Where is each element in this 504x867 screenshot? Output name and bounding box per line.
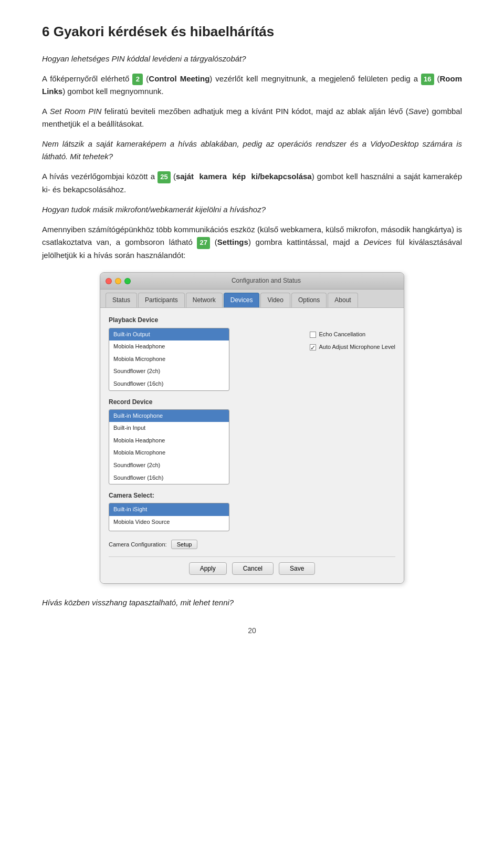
camera-config-row: Camera Configuration: Setup bbox=[109, 540, 395, 549]
playback-item-3[interactable]: Mobiola Microphone bbox=[109, 353, 229, 366]
apply-button[interactable]: Apply bbox=[189, 562, 227, 575]
setup-button[interactable]: Setup bbox=[171, 540, 198, 549]
badge-27: 27 bbox=[197, 237, 209, 249]
page-heading: 6 Gyakori kérdések és hibaelhárítás bbox=[42, 21, 462, 43]
playback-item-4[interactable]: Soundflower (2ch) bbox=[109, 365, 229, 378]
question-3: Hogyan tudok másik mikrofont/webkamerát … bbox=[42, 203, 462, 216]
record-item-6[interactable]: Soundflower (16ch) bbox=[109, 472, 229, 484]
right-column: Echo Cancellation Auto Adjust Microphone… bbox=[310, 315, 395, 538]
echo-cancellation-label: Echo Cancellation bbox=[319, 330, 365, 339]
dialog-body: Playback Device Built-in Output Mobiola … bbox=[100, 308, 404, 583]
settings-label: Settings bbox=[217, 238, 248, 246]
playback-item-5[interactable]: Soundflower (16ch) bbox=[109, 378, 229, 390]
para-1-2: A Set Room PIN feliratú beviteli mezőben… bbox=[42, 105, 462, 130]
para-1-1: A főképernyőről elérhető 2 (Control Meet… bbox=[42, 73, 462, 98]
tab-options[interactable]: Options bbox=[291, 293, 327, 307]
close-button[interactable] bbox=[106, 278, 112, 284]
cancel-button[interactable]: Cancel bbox=[232, 562, 274, 575]
devices-label: Devices bbox=[363, 238, 391, 246]
tab-participants[interactable]: Participants bbox=[138, 293, 185, 307]
configuration-dialog: Configuration and Status Status Particip… bbox=[100, 272, 404, 584]
badge-2: 2 bbox=[132, 74, 143, 86]
camera-item-2[interactable]: Mobiola Video Source bbox=[109, 516, 229, 529]
camera-item-1[interactable]: Built-in iSight bbox=[109, 503, 229, 516]
playback-item-1[interactable]: Built-in Output bbox=[109, 328, 229, 341]
camera-label: Camera Select: bbox=[109, 491, 301, 501]
camera-listbox[interactable]: Built-in iSight Mobiola Video Source bbox=[109, 503, 229, 531]
last-question: Hívás közben visszhang tapasztalható, mi… bbox=[42, 596, 462, 609]
auto-adjust-row: Auto Adjust Microphone Level bbox=[310, 343, 395, 352]
tab-video[interactable]: Video bbox=[260, 293, 290, 307]
record-item-2[interactable]: Built-in Input bbox=[109, 422, 229, 435]
tab-devices[interactable]: Devices bbox=[224, 293, 260, 307]
badge-16: 16 bbox=[421, 74, 434, 86]
titlebar: Configuration and Status bbox=[100, 273, 404, 290]
tab-bar: Status Participants Network Devices Vide… bbox=[100, 290, 404, 308]
playback-listbox[interactable]: Built-in Output Mobiola Headphone Mobiol… bbox=[109, 328, 229, 391]
para-2-1: A hívás vezérlőgombjai között a 25 (sajá… bbox=[42, 170, 462, 196]
minimize-button[interactable] bbox=[115, 278, 121, 284]
auto-adjust-label: Auto Adjust Microphone Level bbox=[319, 343, 395, 352]
auto-adjust-checkbox[interactable] bbox=[310, 344, 316, 350]
page-content: 6 Gyakori kérdések és hibaelhárítás Hogy… bbox=[42, 21, 462, 637]
question-2: Nem látszik a saját kameraképem a hívás … bbox=[42, 138, 462, 163]
record-item-3[interactable]: Mobiola Headphone bbox=[109, 435, 229, 447]
camera-toggle-label: saját kamera kép ki/bekapcsolása bbox=[176, 172, 312, 181]
record-item-4[interactable]: Mobiola Microphone bbox=[109, 447, 229, 459]
record-label: Record Device bbox=[109, 397, 301, 407]
camera-config-label: Camera Configuration: bbox=[109, 540, 167, 550]
room-links-label: Room Links bbox=[42, 74, 462, 96]
record-item-1[interactable]: Built-in Microphone bbox=[109, 410, 229, 422]
save-label: Save bbox=[408, 107, 426, 116]
left-column: Playback Device Built-in Output Mobiola … bbox=[109, 315, 301, 538]
badge-25: 25 bbox=[158, 171, 170, 183]
record-listbox[interactable]: Built-in Microphone Built-in Input Mobio… bbox=[109, 409, 229, 485]
maximize-button[interactable] bbox=[124, 278, 131, 284]
set-room-pin-label: Set Room PIN bbox=[50, 107, 102, 116]
record-item-5[interactable]: Soundflower (2ch) bbox=[109, 459, 229, 472]
tab-network[interactable]: Network bbox=[186, 293, 223, 307]
tab-status[interactable]: Status bbox=[106, 293, 137, 307]
page-number: 20 bbox=[42, 625, 462, 636]
main-content: Playback Device Built-in Output Mobiola … bbox=[109, 315, 395, 538]
question-1: Hogyan lehetséges PIN kóddal levédeni a … bbox=[42, 53, 462, 65]
tab-about[interactable]: About bbox=[328, 293, 358, 307]
echo-cancellation-checkbox[interactable] bbox=[310, 332, 316, 338]
playback-item-2[interactable]: Mobiola Headphone bbox=[109, 340, 229, 353]
control-meeting-label: Control Meeting bbox=[149, 74, 209, 83]
dialog-title: Configuration and Status bbox=[134, 276, 398, 286]
echo-cancellation-row: Echo Cancellation bbox=[310, 330, 395, 339]
para-3-1: Amennyiben számítógépünkhöz több kommuni… bbox=[42, 223, 462, 262]
save-dialog-button[interactable]: Save bbox=[279, 562, 315, 575]
bottom-buttons: Apply Cancel Save bbox=[109, 556, 395, 575]
screenshot-wrapper: Configuration and Status Status Particip… bbox=[42, 272, 462, 584]
playback-label: Playback Device bbox=[109, 315, 301, 325]
